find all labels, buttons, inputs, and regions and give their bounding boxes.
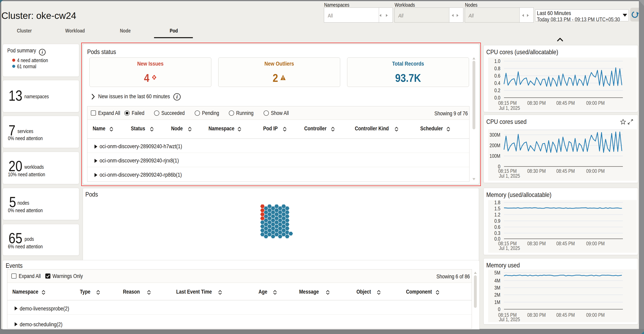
svg-text:08:45 PM: 08:45 PM bbox=[556, 312, 575, 318]
svg-text:08:45 PM: 08:45 PM bbox=[556, 168, 575, 174]
svg-text:1.8: 1.8 bbox=[494, 200, 500, 205]
svg-text:0: 0 bbox=[498, 306, 500, 312]
svg-text:1.2: 1.2 bbox=[494, 212, 500, 217]
svg-text:5M: 5M bbox=[494, 270, 500, 276]
svg-text:08:30 PM: 08:30 PM bbox=[527, 100, 546, 106]
svg-text:0.2: 0.2 bbox=[494, 87, 500, 93]
svg-text:1.5: 1.5 bbox=[494, 206, 500, 211]
svg-text:09:00 PM: 09:00 PM bbox=[586, 241, 605, 246]
svg-text:i: i bbox=[42, 49, 43, 55]
svg-text:08:30 PM: 08:30 PM bbox=[527, 168, 546, 174]
svg-text:Jul 1, 2025: Jul 1, 2025 bbox=[499, 105, 520, 111]
svg-text:0.6: 0.6 bbox=[494, 73, 500, 79]
svg-text:09:00 PM: 09:00 PM bbox=[586, 168, 605, 174]
svg-text:0.9: 0.9 bbox=[494, 218, 500, 224]
svg-text:08:45 PM: 08:45 PM bbox=[556, 100, 575, 106]
svg-text:0.3: 0.3 bbox=[494, 230, 500, 236]
svg-text:0.6: 0.6 bbox=[494, 224, 500, 230]
svg-text:0.8: 0.8 bbox=[494, 66, 500, 71]
svg-text:Jul 1, 2025: Jul 1, 2025 bbox=[499, 173, 520, 179]
svg-text:1.0: 1.0 bbox=[494, 58, 500, 64]
svg-text:i: i bbox=[176, 94, 178, 99]
svg-text:3M: 3M bbox=[494, 285, 500, 291]
svg-text:200M: 200M bbox=[490, 143, 500, 148]
svg-text:0.4: 0.4 bbox=[494, 80, 500, 86]
svg-text:2M: 2M bbox=[494, 292, 500, 298]
svg-text:4M: 4M bbox=[494, 278, 500, 284]
svg-text:300M: 300M bbox=[490, 132, 500, 138]
svg-text:100M: 100M bbox=[490, 153, 500, 159]
svg-text:0.0: 0.0 bbox=[494, 95, 500, 100]
svg-text:08:45 PM: 08:45 PM bbox=[556, 241, 575, 246]
svg-text:1M: 1M bbox=[494, 299, 500, 305]
svg-text:08:30 PM: 08:30 PM bbox=[527, 312, 546, 318]
svg-text:Jul 1, 2025: Jul 1, 2025 bbox=[499, 317, 520, 322]
svg-text:09:00 PM: 09:00 PM bbox=[586, 312, 605, 318]
svg-text:Jul 1, 2025: Jul 1, 2025 bbox=[499, 245, 520, 251]
svg-text:09:00 PM: 09:00 PM bbox=[586, 100, 605, 106]
svg-text:08:15 PM: 08:15 PM bbox=[498, 100, 517, 106]
svg-text:08:30 PM: 08:30 PM bbox=[527, 241, 546, 246]
